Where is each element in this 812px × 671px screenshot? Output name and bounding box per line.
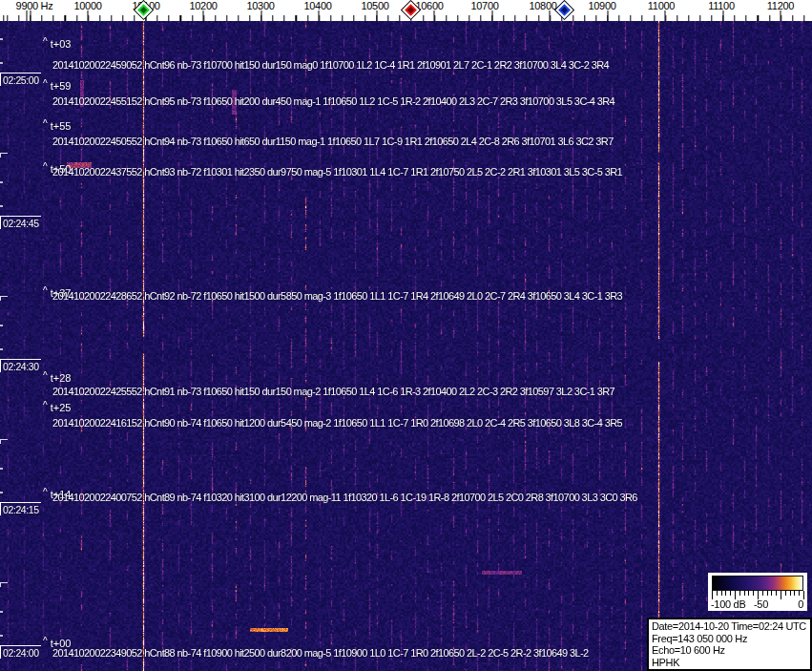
time-small-tick [0,325,3,326]
event-caret-icon: ^ [43,636,48,646]
event-caret-icon: ^ [43,400,48,410]
event-data-line: 20141020022437552 hCnt93 nb-72 f10301 hi… [52,166,622,178]
info-echo-line: Echo=10 600 Hz [652,644,810,657]
event-caret-icon: ^ [43,36,48,47]
time-small-tick [0,492,3,493]
event-caret-icon: ^ [43,285,48,296]
frequency-tick-label: 10700 [470,0,498,11]
event-data-line: 20141020022400752 hCnt89 nb-74 f10320 hi… [52,492,637,503]
frequency-tick-label: 10200 [189,0,217,11]
event-data-line: 20141020022428652 hCnt92 nb-72 f10650 hi… [52,290,622,302]
event-time-offset-label: ^t+59 [43,80,71,92]
time-small-tick [0,635,3,637]
db-scale-legend: -100 dB -50 0 [708,573,807,611]
time-mid-tick [0,582,8,587]
time-label: 02:25:00 [0,73,41,86]
marker-diamond-blue[interactable] [555,1,573,18]
frequency-tick-label: 9900 Hz [16,0,53,11]
event-offset-text: t+59 [51,80,72,92]
time-small-tick [0,468,3,470]
spectrogram-canvas [0,21,812,671]
db-label-min: -100 dB [711,598,745,610]
info-station-line: HPHK [652,657,810,669]
frequency-tick-label: 10800 [529,0,556,11]
event-data-line: 20141020022349052 hCnt88 nb-74 f10900 hi… [52,647,589,659]
marker-diamond-core [140,7,147,13]
time-small-tick [0,205,3,207]
frequency-tick-label: 11100 [708,0,734,11]
spectrogram-window: 9900 Hz100001010010200103001040010500106… [0,0,812,671]
db-gradient-bar [712,576,803,591]
frequency-tick-label: 10000 [73,0,101,11]
event-caret-icon: ^ [43,78,48,89]
frequency-tick-label: 11200 [767,0,794,11]
time-mid-tick [0,296,8,301]
marker-diamond-core [407,7,414,13]
time-mid-tick [0,153,8,157]
frequency-tick-label: 10500 [361,0,388,11]
event-data-line: 20141020022455152 hCnt95 nb-73 f10650 hi… [52,95,614,107]
frequency-tick-label: 10900 [588,0,615,11]
frequency-tick-label: 10300 [246,0,274,11]
event-offset-text: t+25 [51,402,72,413]
event-caret-icon: ^ [43,118,48,129]
event-data-line: 20141020022459052 hCnt96 nb-73 f10700 hi… [52,59,609,71]
status-info-box: Date=2014-10-20 Time=02:24 UTC Freq=143 … [647,618,812,671]
time-mid-tick [0,439,8,444]
event-offset-text: t+55 [51,120,72,132]
marker-diamond-core [561,7,568,13]
time-small-tick [0,62,3,64]
time-label: 02:24:45 [0,216,41,229]
time-label: 02:24:30 [0,359,41,372]
event-caret-icon: ^ [43,161,48,172]
event-time-offset-label: ^t+03 [43,38,71,50]
time-small-tick [0,611,3,613]
info-date-line: Date=2014-10-20 Time=02:24 UTC [652,620,810,633]
event-data-line: 20141020022416152 hCnt90 nb-74 f10650 hi… [52,417,622,429]
time-label: 02:24:00 [0,645,41,659]
event-data-line: 20141020022425552 hCnt91 nb-73 f10650 hi… [52,386,614,397]
frequency-scale: 9900 Hz100001010010200103001040010500106… [0,0,812,21]
event-time-offset-label: ^t+25 [43,402,71,413]
event-time-offset-label: ^t+28 [43,372,71,384]
time-small-tick [0,348,3,350]
event-data-line: 20141020022450552 hCnt94 nb-73 f10650 hi… [52,136,614,147]
event-offset-text: t+28 [51,372,72,384]
event-caret-icon: ^ [43,487,48,497]
event-offset-text: t+03 [51,38,72,50]
info-freq-line: Freq=143 050 000 Hz [652,633,810,645]
frequency-ticks-minor [0,15,812,21]
event-time-offset-label: ^t+55 [43,120,71,132]
frequency-tick-label: 10400 [303,0,331,11]
time-label: 02:24:15 [0,502,41,515]
event-caret-icon: ^ [43,370,48,381]
db-scale-labels: -100 dB -50 0 [708,598,807,611]
time-small-tick [0,181,3,183]
time-small-tick [0,38,3,40]
db-label-max: 0 [798,598,803,610]
db-label-mid: -50 [754,598,768,610]
frequency-tick-label: 11000 [648,0,675,11]
